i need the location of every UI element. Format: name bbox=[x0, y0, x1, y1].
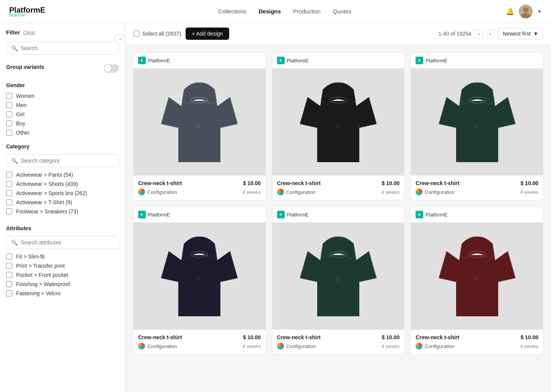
nav-collections[interactable]: Collections bbox=[218, 8, 246, 15]
gender-other-label: Other bbox=[16, 130, 29, 136]
attr-fastening-velcro[interactable]: Fastening > Velcro bbox=[6, 290, 119, 296]
notification-bell-icon[interactable]: 🔔 bbox=[506, 7, 514, 16]
cat-activewear-sportsbra-checkbox[interactable] bbox=[6, 190, 12, 196]
cat-activewear-shorts-label: Activewear > Shorts (439) bbox=[16, 181, 78, 187]
brand-name: PlatformE bbox=[148, 212, 170, 218]
avatar[interactable] bbox=[519, 5, 533, 18]
brand-icon: E bbox=[416, 211, 423, 218]
brand-name: PlatformE bbox=[148, 58, 170, 63]
attr-fit-slimfit[interactable]: Fit > Slim-fit bbox=[6, 254, 119, 260]
design-card-0[interactable]: E PlatformE ≡ Crew-neck t-shirt $ 10.00 bbox=[133, 52, 266, 200]
attr-pocket-front[interactable]: Pocket > Front pocket bbox=[6, 272, 119, 278]
svg-text:≡: ≡ bbox=[197, 122, 201, 129]
gender-other[interactable]: Other bbox=[6, 130, 119, 136]
search-input[interactable] bbox=[21, 45, 114, 51]
brand-name: PlatformE bbox=[287, 58, 309, 63]
clear-filter-link[interactable]: Clear bbox=[23, 29, 35, 35]
card-header: E PlatformE bbox=[272, 53, 404, 68]
cat-activewear-tshirt-checkbox[interactable] bbox=[6, 199, 12, 205]
card-image: ≡ bbox=[272, 68, 404, 176]
card-meta: Configuration 4 weeks bbox=[138, 189, 261, 195]
gender-boy[interactable]: Boy bbox=[6, 120, 119, 127]
design-card-5[interactable]: E PlatformE ≡ Crew-neck t-shirt $ 10.00 bbox=[411, 207, 543, 355]
attr-fit-slimfit-checkbox[interactable] bbox=[6, 254, 12, 260]
gender-other-checkbox[interactable] bbox=[6, 130, 12, 136]
nav-designs[interactable]: Designs bbox=[259, 8, 281, 15]
nav-quotes[interactable]: Quotes bbox=[333, 8, 351, 15]
card-weeks: 4 weeks bbox=[243, 343, 261, 349]
sort-button[interactable]: Newest first ▼ bbox=[498, 28, 543, 39]
config-icon bbox=[277, 189, 284, 195]
card-name: Crew-neck t-shirt bbox=[416, 180, 459, 186]
config-icon bbox=[138, 189, 145, 195]
category-activewear-tshirt[interactable]: Activewear > T-Shirt (9) bbox=[6, 199, 119, 205]
design-card-3[interactable]: E PlatformE ≡ Crew-neck t-shirt $ 10.00 bbox=[133, 207, 266, 355]
attr-finishing-waterproof-checkbox[interactable] bbox=[6, 281, 12, 287]
card-footer: Crew-neck t-shirt $ 10.00 Configuration … bbox=[134, 330, 266, 354]
category-activewear-sportsbra[interactable]: Activewear > Sports bra (262) bbox=[6, 190, 119, 196]
card-footer: Crew-neck t-shirt $ 10.00 Configuration … bbox=[134, 176, 266, 200]
card-weeks: 4 weeks bbox=[243, 189, 261, 195]
select-all-label[interactable]: Select all (2637) bbox=[133, 31, 181, 37]
attr-print-transfer[interactable]: Print > Transfer print bbox=[6, 263, 119, 269]
config-label: Configuration bbox=[277, 343, 316, 350]
user-menu-chevron-icon[interactable]: ▼ bbox=[537, 9, 542, 14]
gender-men[interactable]: Men bbox=[6, 102, 119, 108]
cat-footwear-sneakers-checkbox[interactable] bbox=[6, 208, 12, 215]
cat-activewear-shorts-checkbox[interactable] bbox=[6, 181, 12, 187]
card-footer: Crew-neck t-shirt $ 10.00 Configuration … bbox=[272, 330, 404, 354]
brand-icon: E bbox=[138, 57, 146, 64]
svg-point-1 bbox=[523, 7, 528, 13]
attr-finishing-waterproof[interactable]: Finishing > Waterproof bbox=[6, 281, 119, 287]
gender-men-checkbox[interactable] bbox=[6, 102, 12, 108]
gender-boy-checkbox[interactable] bbox=[6, 120, 12, 127]
category-activewear-pants[interactable]: Activewear > Pants (54) bbox=[6, 172, 119, 178]
card-image: ≡ bbox=[272, 223, 404, 330]
toolbar-right: 1-40 of 19254 ‹ › Newest first ▼ bbox=[439, 28, 543, 39]
attr-print-transfer-checkbox[interactable] bbox=[6, 263, 12, 269]
sort-label: Newest first bbox=[503, 31, 531, 37]
attr-fastening-velcro-checkbox[interactable] bbox=[6, 290, 12, 296]
card-image: ≡ bbox=[134, 68, 266, 176]
card-price: $ 10.00 bbox=[520, 334, 538, 340]
prev-page-button[interactable]: ‹ bbox=[474, 29, 483, 39]
svg-text:≡: ≡ bbox=[474, 276, 478, 283]
select-all-checkbox[interactable] bbox=[133, 31, 139, 37]
toolbar: Select all (2637) + Add design 1-40 of 1… bbox=[126, 23, 551, 45]
next-page-button[interactable]: › bbox=[486, 29, 495, 39]
gender-girl-checkbox[interactable] bbox=[6, 111, 12, 117]
card-meta: Configuration 4 weeks bbox=[138, 343, 261, 350]
attributes-section: Attributes 🔍 Fit > Slim-fit Print > Tran… bbox=[6, 225, 119, 299]
card-name-price: Crew-neck t-shirt $ 10.00 bbox=[416, 180, 538, 186]
add-design-button[interactable]: + Add design bbox=[186, 28, 229, 40]
attr-pocket-front-label: Pocket > Front pocket bbox=[16, 272, 68, 278]
attributes-list: Fit > Slim-fit Print > Transfer print Po… bbox=[6, 254, 119, 299]
category-list: Activewear > Pants (54) Activewear > Sho… bbox=[6, 172, 119, 218]
card-name: Crew-neck t-shirt bbox=[277, 334, 321, 340]
sort-chevron-icon: ▼ bbox=[533, 31, 538, 37]
attr-pocket-front-checkbox[interactable] bbox=[6, 272, 12, 278]
brand-icon: E bbox=[416, 57, 423, 64]
cat-activewear-pants-checkbox[interactable] bbox=[6, 172, 12, 178]
layout: Filter Clear 🔍 Group variants Gender Wom… bbox=[0, 23, 551, 392]
gender-women[interactable]: Women bbox=[6, 93, 119, 99]
attributes-search-input[interactable] bbox=[21, 239, 114, 246]
design-card-4[interactable]: E PlatformE ≡ Crew-neck t-shirt $ 10.00 bbox=[272, 207, 405, 355]
card-name-price: Crew-neck t-shirt $ 10.00 bbox=[277, 180, 400, 186]
design-card-2[interactable]: E PlatformE ≡ Crew-neck t-shirt $ 10.00 bbox=[411, 52, 543, 200]
card-meta: Configuration 4 weeks bbox=[416, 343, 538, 350]
sidebar-collapse-button[interactable]: ‹ bbox=[115, 34, 126, 44]
gender-women-label: Women bbox=[16, 93, 34, 99]
category-activewear-shorts[interactable]: Activewear > Shorts (439) bbox=[6, 181, 119, 187]
category-search-input[interactable] bbox=[21, 158, 114, 164]
group-variants-toggle[interactable] bbox=[104, 64, 119, 73]
card-image: ≡ bbox=[411, 68, 543, 176]
brand-icon: E bbox=[277, 211, 285, 218]
category-footwear-sneakers[interactable]: Footwear > Sneakers (73) bbox=[6, 208, 119, 215]
config-text: Configuration bbox=[425, 343, 454, 349]
design-card-1[interactable]: E PlatformE ≡ Crew-neck t-shirt $ 10.00 bbox=[272, 52, 405, 200]
gender-girl[interactable]: Girl bbox=[6, 111, 119, 117]
nav-production[interactable]: Production bbox=[293, 8, 321, 15]
config-icon bbox=[416, 343, 422, 350]
gender-women-checkbox[interactable] bbox=[6, 93, 12, 99]
